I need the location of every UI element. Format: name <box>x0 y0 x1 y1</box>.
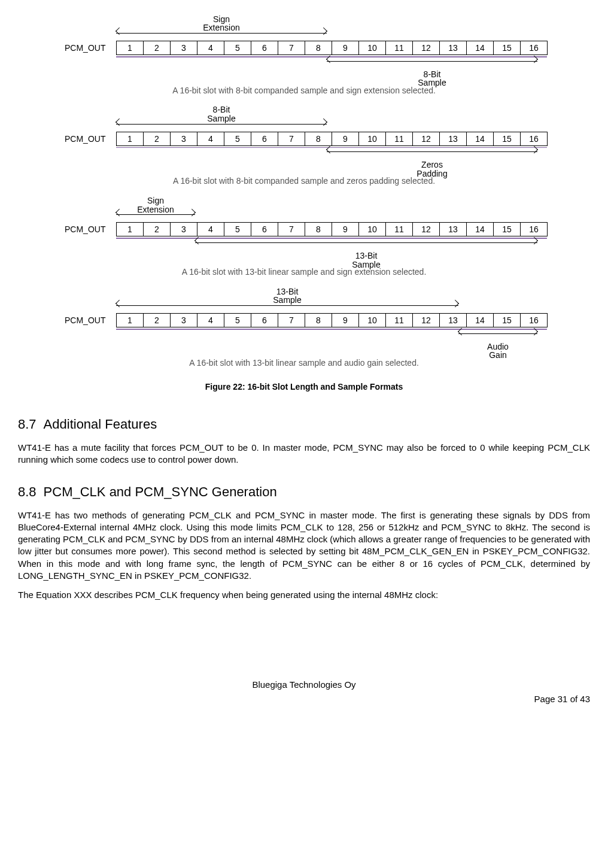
slot-cell: 5 <box>224 132 251 145</box>
d3-caption: A 16-bit slot with 13-bit linear sample … <box>65 266 543 277</box>
slot-cell: 6 <box>251 223 278 236</box>
slot-cell: 10 <box>358 223 385 236</box>
diagram-1: SignExtension PCM_OUT 123456789101112131… <box>65 18 543 96</box>
slot-cell: 8 <box>305 314 332 327</box>
slot-cell: 11 <box>385 132 412 145</box>
slot-grid: 12345678910111213141516 <box>116 132 548 146</box>
slot-grid: 12345678910111213141516 <box>116 222 548 236</box>
slot-grid: 12345678910111213141516 <box>116 313 548 327</box>
diagram-3: SignExtension PCM_OUT 123456789101112131… <box>65 199 543 277</box>
slot-cell: 15 <box>493 223 520 236</box>
slot-cell: 9 <box>332 223 358 236</box>
slot-cell: 2 <box>143 132 170 145</box>
slot-cell: 4 <box>197 132 224 145</box>
slot-cell: 6 <box>251 132 278 145</box>
d2-caption: A 16-bit slot with 8-bit companded sampl… <box>65 175 543 186</box>
page-number: Page 31 of 43 <box>18 693 590 705</box>
slot-cell: 1 <box>116 314 143 327</box>
slot-cell: 3 <box>170 132 197 145</box>
slot-cell: 6 <box>251 314 278 327</box>
slot-cell: 16 <box>520 41 548 54</box>
d3-top-label: SignExtension <box>137 196 174 214</box>
slot-cell: 4 <box>197 314 224 327</box>
slot-cell: 3 <box>170 223 197 236</box>
pcm-out-label: PCM_OUT <box>65 133 116 144</box>
p-8-8-1: WT41-E has two methods of generating PCM… <box>18 509 590 582</box>
d4-top-label: 13-BitSample <box>273 287 301 305</box>
slot-cell: 14 <box>466 223 493 236</box>
slot-cell: 5 <box>224 41 251 54</box>
d3-bottom-label: 13-BitSample <box>352 251 380 269</box>
sec-title: Additional Features <box>44 417 157 432</box>
sec-num: 8.8 <box>18 484 37 499</box>
d4-caption: A 16-bit slot with 13-bit linear sample … <box>65 357 543 368</box>
slot-cell: 14 <box>466 314 493 327</box>
d1-caption: A 16-bit slot with 8-bit companded sampl… <box>65 85 543 96</box>
pcm-out-label: PCM_OUT <box>65 43 116 53</box>
slot-cell: 7 <box>278 41 305 54</box>
slot-cell: 10 <box>358 132 385 145</box>
slot-cell: 14 <box>466 41 493 54</box>
heading-8-7: 8.7Additional Features <box>18 416 590 433</box>
slot-cell: 13 <box>439 223 466 236</box>
p-8-8-2: The Equation XXX describes PCM_CLK frequ… <box>18 589 590 601</box>
slot-cell: 8 <box>305 41 332 54</box>
slot-cell: 5 <box>224 223 251 236</box>
slot-cell: 4 <box>197 41 224 54</box>
slot-cell: 14 <box>466 132 493 145</box>
slot-cell: 2 <box>143 314 170 327</box>
slot-cell: 3 <box>170 41 197 54</box>
slot-cell: 9 <box>332 132 358 145</box>
slot-cell: 5 <box>224 314 251 327</box>
d1-top-label: SignExtension <box>203 15 239 32</box>
slot-cell: 9 <box>332 314 358 327</box>
slot-cell: 7 <box>278 132 305 145</box>
slot-cell: 11 <box>385 41 412 54</box>
slot-cell: 15 <box>493 41 520 54</box>
slot-cell: 11 <box>385 223 412 236</box>
pcm-out-label: PCM_OUT <box>65 315 116 326</box>
slot-cell: 13 <box>439 132 466 145</box>
footer-company: Bluegiga Technologies Oy <box>18 679 590 691</box>
figure-title: Figure 22: 16-bit Slot Length and Sample… <box>18 381 590 392</box>
slot-cell: 6 <box>251 41 278 54</box>
slot-cell: 1 <box>116 41 143 54</box>
slot-cell: 13 <box>439 314 466 327</box>
slot-cell: 13 <box>439 41 466 54</box>
slot-cell: 12 <box>412 132 439 145</box>
pcm-out-label: PCM_OUT <box>65 224 116 235</box>
slot-cell: 12 <box>412 41 439 54</box>
slot-cell: 10 <box>358 314 385 327</box>
sec-num: 8.7 <box>18 417 37 432</box>
slot-cell: 16 <box>520 223 548 236</box>
slot-cell: 12 <box>412 223 439 236</box>
slot-cell: 9 <box>332 41 358 54</box>
slot-grid: 12345678910111213141516 <box>116 41 548 55</box>
diagram-2: 8-BitSample PCM_OUT 12345678910111213141… <box>65 109 543 187</box>
slot-cell: 16 <box>520 132 548 145</box>
slot-cell: 8 <box>305 223 332 236</box>
diagram-4: 13-BitSample PCM_OUT 1234567891011121314… <box>65 290 543 368</box>
slot-cell: 12 <box>412 314 439 327</box>
slot-cell: 2 <box>143 223 170 236</box>
d2-top-label: 8-BitSample <box>207 105 235 123</box>
slot-cell: 2 <box>143 41 170 54</box>
slot-cell: 10 <box>358 41 385 54</box>
slot-cell: 3 <box>170 314 197 327</box>
slot-cell: 7 <box>278 314 305 327</box>
slot-cell: 7 <box>278 223 305 236</box>
d1-bottom-label: 8-BitSample <box>418 70 446 87</box>
slot-cell: 1 <box>116 223 143 236</box>
slot-cell: 8 <box>305 132 332 145</box>
p-8-7-1: WT41-E has a mute facility that forces P… <box>18 442 590 466</box>
slot-cell: 1 <box>116 132 143 145</box>
slot-cell: 16 <box>520 314 548 327</box>
slot-cell: 15 <box>493 132 520 145</box>
d4-bottom-label: AudioGain <box>487 342 509 360</box>
d2-bottom-label: ZerosPadding <box>417 160 447 178</box>
heading-8-8: 8.8PCM_CLK and PCM_SYNC Generation <box>18 484 590 501</box>
sec-title: PCM_CLK and PCM_SYNC Generation <box>44 484 277 499</box>
slot-cell: 11 <box>385 314 412 327</box>
slot-cell: 4 <box>197 223 224 236</box>
slot-cell: 15 <box>493 314 520 327</box>
